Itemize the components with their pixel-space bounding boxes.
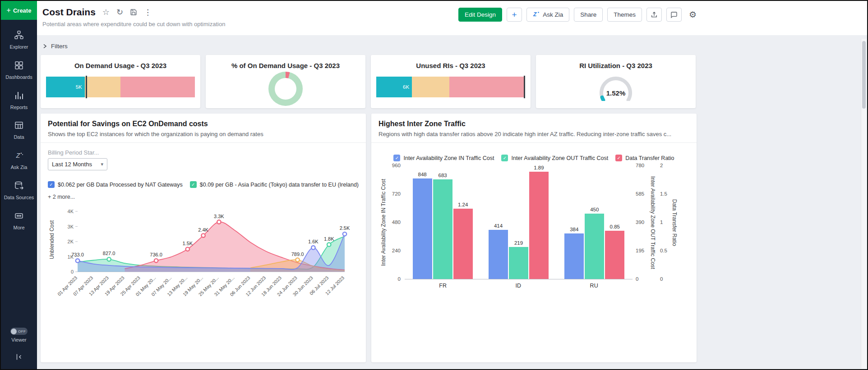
panel-subtitle: Regions with high data transfer ratios a… (379, 131, 689, 137)
svg-text:Z: Z (533, 11, 537, 18)
legend-checkbox-icon[interactable]: ✓ (48, 181, 55, 188)
collapse-sidebar-button[interactable] (15, 348, 23, 365)
axis-tick-label: 0.5 (660, 248, 667, 253)
legend-checkbox-icon[interactable]: ✓ (393, 155, 400, 161)
gauge-chart: 1.52% (589, 73, 643, 101)
sidebar-item-explorer[interactable]: Explorer (1, 25, 37, 55)
ask-zia-button[interactable]: Z Ask Zia (526, 8, 569, 22)
chevron-right-icon (42, 44, 47, 49)
title-block: Cost Drains ☆ ↻ ⋮ Potential areas where … (42, 7, 867, 27)
data-point-marker[interactable] (186, 247, 189, 251)
legend-more-link[interactable]: + 2 more... (48, 194, 75, 200)
donut-hole (275, 78, 296, 100)
data-point-marker[interactable] (217, 220, 221, 224)
kpi-card-unused-ris[interactable]: Unused RIs - Q3 2023 6K (371, 55, 531, 108)
data-point-marker[interactable] (327, 243, 331, 247)
legend-item[interactable]: ✓ Data Transfer Ratio (615, 155, 674, 161)
svg-text:789.0: 789.0 (291, 251, 304, 257)
sidebar-item-data-sources[interactable]: Data Sources (1, 176, 37, 206)
legend-checkbox-icon[interactable]: ✓ (615, 155, 622, 161)
filters-toggle[interactable]: Filters (41, 39, 867, 53)
sidebar-item-data[interactable]: Data (1, 115, 37, 146)
sidebar-item-more[interactable]: More (1, 206, 37, 236)
viewer-toggle-switch[interactable]: OFF (10, 328, 28, 335)
add-button[interactable]: + (507, 8, 522, 22)
data-point-marker[interactable] (107, 257, 111, 261)
panel-inter-zone-traffic: Highest Inter Zone Traffic Regions with … (371, 114, 697, 362)
legend-item[interactable]: ✓ $0.09 per GB - Asia Pacific (Tokyo) da… (190, 181, 359, 188)
panels-row: Potential for Savings on EC2 OnDemand co… (41, 114, 697, 362)
bullet-segment[interactable]: 6K (376, 77, 412, 97)
bar[interactable]: 0.85 (605, 224, 624, 279)
bar[interactable]: 683 (433, 173, 452, 279)
bar-plot-column: 8486831.244142191.893844500.85 FRIDRU (405, 166, 633, 289)
sidebar-item-label: Data (14, 134, 24, 141)
save-icon[interactable] (130, 9, 137, 16)
sidebar: + Create Explorer Dashboards Reports Dat… (1, 1, 37, 369)
data-point-marker[interactable] (154, 259, 158, 262)
legend-item[interactable]: ✓ $0.062 per GB Data Processed by NAT Ga… (48, 181, 183, 188)
viewer-toggle-item[interactable]: OFF Viewer (1, 323, 37, 348)
dashboard-content: Filters On Demand Usage - Q3 2023 5K % o… (37, 35, 867, 369)
svg-text:2K: 2K (68, 239, 74, 244)
legend-item[interactable]: ✓ Inter Availability Zone OUT Traffic Co… (501, 155, 608, 161)
legend-item[interactable]: ✓ Inter Availability Zone IN Traffic Cos… (393, 155, 494, 161)
bullet-segment[interactable] (412, 77, 449, 97)
refresh-icon[interactable]: ↻ (116, 8, 123, 16)
right-y-axis-1-title: Inter Availability Zone OUT Traffic Cost (649, 166, 657, 279)
legend-checkbox-icon[interactable]: ✓ (501, 155, 508, 161)
sidebar-item-dashboards[interactable]: Dashboards (1, 55, 37, 86)
bar-plot: 8486831.244142191.893844500.85 (405, 166, 633, 279)
left-y-axis-title: Inter Availability Zone IN Traffic Cost (379, 166, 388, 279)
favorite-star-icon[interactable]: ☆ (102, 8, 110, 16)
sidebar-item-reports[interactable]: Reports (1, 86, 37, 116)
bar[interactable]: 219 (509, 240, 528, 279)
vertical-scrollbar[interactable] (861, 39, 867, 369)
bullet-segment[interactable]: 5K (46, 77, 85, 97)
bar-group: 4142191.89 (489, 165, 549, 279)
kpi-card-ri-utilization[interactable]: RI Utilization - Q3 2023 1.52% (536, 55, 696, 108)
settings-gear-icon[interactable]: ⚙ (689, 9, 697, 20)
kpi-card-on-demand-usage[interactable]: On Demand Usage - Q3 2023 5K (41, 55, 200, 108)
kpi-card-percent-on-demand[interactable]: % of On Demand Usage - Q3 2023 (206, 55, 365, 108)
bullet-segment[interactable] (449, 77, 525, 97)
data-point-marker[interactable] (76, 259, 79, 262)
bar[interactable]: 1.89 (529, 165, 549, 279)
bar-value-label: 848 (418, 172, 427, 177)
export-button[interactable] (646, 8, 662, 22)
edit-design-button[interactable]: Edit Design (458, 8, 502, 22)
more-options-icon[interactable]: ⋮ (144, 9, 152, 16)
area-chart-plot[interactable]: 4K3K2K1K0733.0827.0736.01.5K2.4K3.3K789.… (56, 206, 356, 306)
data-point-marker[interactable] (201, 233, 205, 237)
app-window: + Create Explorer Dashboards Reports Dat… (0, 0, 868, 370)
sidebar-nav: Explorer Dashboards Reports Data Z Ask Z… (1, 20, 37, 323)
data-point-marker[interactable] (343, 232, 346, 236)
axis-tick-label: 1 (660, 219, 663, 225)
bar[interactable]: 450 (585, 207, 604, 279)
bar[interactable]: 848 (413, 172, 432, 279)
scrollbar-thumb[interactable] (862, 41, 866, 109)
legend-checkbox-icon[interactable]: ✓ (190, 181, 197, 188)
bullet-segment[interactable] (120, 77, 195, 97)
legend-label: $0.09 per GB - Asia Pacific (Tokyo) data… (200, 182, 359, 188)
create-button[interactable]: + Create (1, 1, 37, 20)
more-icon (14, 211, 24, 223)
bar[interactable]: 414 (489, 223, 508, 279)
share-button[interactable]: Share (574, 8, 603, 22)
billing-period-dropdown[interactable]: Last 12 Months ▾ (48, 158, 107, 170)
donut-chart[interactable] (268, 72, 303, 106)
bar-value-label: 219 (514, 240, 523, 246)
data-point-marker[interactable] (295, 258, 299, 261)
comment-button[interactable] (666, 8, 682, 22)
bullet-chart: 5K (46, 77, 195, 97)
bar-value-label: 1.89 (534, 165, 544, 170)
sidebar-item-label: Reports (10, 105, 28, 111)
bar[interactable]: 1.24 (453, 202, 473, 279)
legend-label: Inter Availability Zone OUT Traffic Cost (511, 155, 608, 161)
data-point-marker[interactable] (311, 246, 315, 249)
sidebar-item-ask-zia[interactable]: Z Ask Zia (1, 146, 37, 176)
bar[interactable]: 384 (564, 227, 584, 279)
themes-button[interactable]: Themes (607, 8, 642, 22)
svg-text:1.5K: 1.5K (182, 241, 193, 246)
bullet-segment[interactable] (85, 77, 120, 97)
